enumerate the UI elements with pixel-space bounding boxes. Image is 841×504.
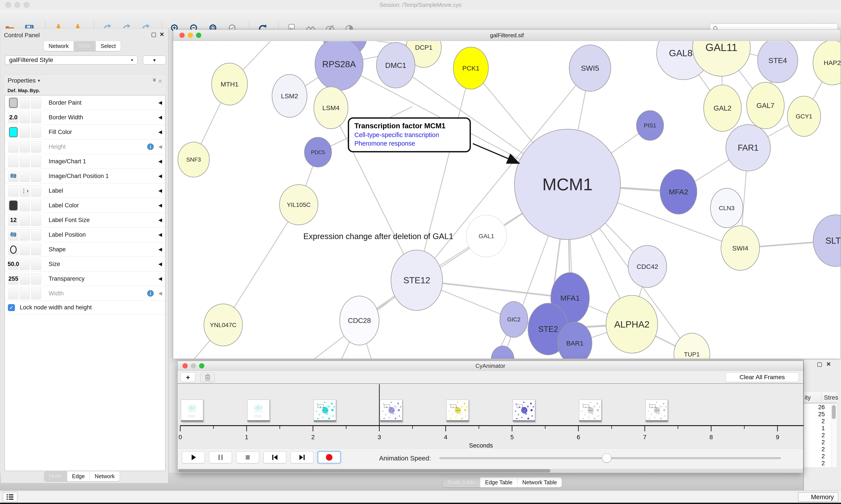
annotation-text[interactable]: Expression change after deletion of GAL1 [303,232,453,241]
bypass-cell[interactable] [31,112,41,123]
network-node-SWI4[interactable]: SWI4 [721,226,759,270]
default-value-cell[interactable] [8,141,18,152]
expand-property-icon[interactable]: ◀ [158,144,162,149]
property-row-image-chart-position-1[interactable]: Image/Chart Position 1◀ [5,169,165,183]
network-node-GCY1[interactable]: GCY1 [787,96,821,137]
mapping-cell[interactable] [20,112,30,123]
bypass-cell[interactable] [31,244,41,255]
property-row-width[interactable]: Widthi◀ [5,286,165,301]
network-node-YNL047C[interactable]: YNL047C [204,304,243,346]
network-node-DMC1[interactable]: DMC1 [376,42,415,88]
mapping-cell[interactable] [20,273,30,285]
network-node-FAR1[interactable]: FAR1 [726,125,770,171]
cyanimator-minimize-icon[interactable] [191,363,196,368]
network-node-LSM4[interactable]: LSM4 [314,87,348,129]
property-row-label-color[interactable]: Label Color◀ [5,198,165,213]
window-close-icon[interactable] [5,2,11,8]
property-row-transparency[interactable]: 255Transparency◀ [5,271,165,286]
default-value-cell[interactable] [8,156,18,167]
property-row-height[interactable]: Heighti◀ [5,140,165,154]
window-minimize-icon[interactable] [15,2,20,8]
mapping-cell[interactable]: ⋮› [20,185,30,197]
expand-property-icon[interactable]: ◀ [158,159,162,164]
mapping-cell[interactable] [20,141,30,152]
network-node-SWI5[interactable]: SWI5 [569,45,611,91]
default-value-cell[interactable] [8,97,18,109]
slider-knob[interactable] [602,453,611,463]
bypass-cell[interactable] [31,126,41,138]
expand-property-icon[interactable]: ◀ [158,232,162,237]
network-node-ALPHA2[interactable]: ALPHA2 [606,295,658,353]
pause-button[interactable] [209,451,232,463]
control-panel-close-icon[interactable]: ✕ [159,31,164,38]
network-window-title-bar[interactable]: galFiltered.sif [173,30,841,41]
table-row[interactable]: 2 [804,460,831,467]
network-close-icon[interactable] [179,33,185,38]
expand-property-icon[interactable]: ◀ [158,276,162,282]
annotation-callout[interactable]: Transcription factor MCM1 Cell-type-spec… [348,118,471,152]
table-row[interactable]: 2 [804,439,831,446]
table-column-stress[interactable]: Stres [824,394,838,401]
default-value-cell[interactable] [8,244,18,255]
info-icon[interactable]: i [147,290,154,297]
window-zoom-icon[interactable] [24,2,29,8]
default-value-cell[interactable]: 255 [8,273,18,285]
expand-property-icon[interactable]: ◀ [158,173,162,179]
network-minimize-icon[interactable] [188,33,193,38]
expand-property-icon[interactable]: ◀ [158,247,162,252]
play-button[interactable] [182,451,205,463]
network-node-PCK1[interactable]: PCK1 [453,47,488,89]
panel-tab-network[interactable]: Network [90,471,120,481]
mapping-cell[interactable] [20,170,30,182]
network-node-MFA2[interactable]: MFA2 [660,169,697,214]
table-panel-float-icon[interactable]: ▢ [817,361,826,367]
table-row[interactable]: 25 [804,411,831,418]
expand-property-icon[interactable]: ◀ [158,114,162,120]
network-node-RPS28A[interactable]: RPS28A [315,41,363,90]
cyanimator-close-icon[interactable] [182,363,188,368]
delete-frame-button[interactable] [200,373,215,382]
clear-all-frames-button[interactable]: Clear All Frames [726,373,799,382]
stop-button[interactable] [236,451,259,463]
mapping-cell[interactable] [20,200,30,211]
default-value-cell[interactable] [8,229,18,240]
network-node-HAP2[interactable]: HAP2 [813,41,841,85]
bypass-cell[interactable] [31,258,41,270]
network-node-LSM2[interactable]: LSM2 [272,74,307,118]
bypass-cell[interactable] [31,200,41,211]
property-row-border-width[interactable]: 2.0Border Width◀ [5,110,165,125]
network-node-YIL105C[interactable]: YIL105C [280,184,318,225]
tab-select[interactable]: Select [96,41,121,51]
property-row-label[interactable]: ⋮›Label◀ [5,183,165,198]
tab-network[interactable]: Network [44,41,74,51]
table-row[interactable]: 2 [804,446,831,453]
bypass-cell[interactable] [31,229,41,240]
expand-property-icon[interactable]: ◀ [158,217,162,223]
mapping-cell[interactable] [20,229,30,240]
bypass-cell[interactable] [31,97,41,109]
memory-button[interactable]: Memory [798,492,838,502]
lock-checkbox[interactable]: ✓ [8,304,15,311]
network-node-CDC28[interactable]: CDC28 [340,296,379,345]
mapping-cell[interactable] [20,126,30,138]
network-node-GIC2[interactable]: GIC2 [500,302,528,337]
default-value-cell[interactable] [8,170,18,182]
network-node-GAL2[interactable]: GAL2 [704,85,741,131]
tab-style[interactable]: Style [74,41,96,51]
mapping-cell[interactable] [20,244,30,255]
network-canvas[interactable]: RPS28BDCP1RPS28ADMC1PCK1SWI5GAL80GAL11ST… [173,41,841,359]
network-node-MTH1[interactable]: MTH1 [212,63,248,105]
table-row[interactable]: 1 [804,425,831,432]
table-row[interactable]: 26 [804,404,831,411]
default-value-cell[interactable]: 2.0 [8,112,18,123]
style-options-button[interactable]: ▾ [143,55,166,65]
table-column-ity[interactable]: ity [805,394,811,401]
network-node-CDC42[interactable]: CDC42 [628,246,667,287]
animation-speed-slider[interactable] [439,457,781,459]
bypass-cell[interactable] [31,288,41,299]
network-node-PIS1[interactable]: PIS1 [637,111,664,140]
mapping-cell[interactable] [20,288,30,299]
default-value-cell[interactable] [8,185,18,197]
info-icon[interactable]: i [147,143,154,150]
table-tab-network-table[interactable]: Network Table [518,478,562,487]
